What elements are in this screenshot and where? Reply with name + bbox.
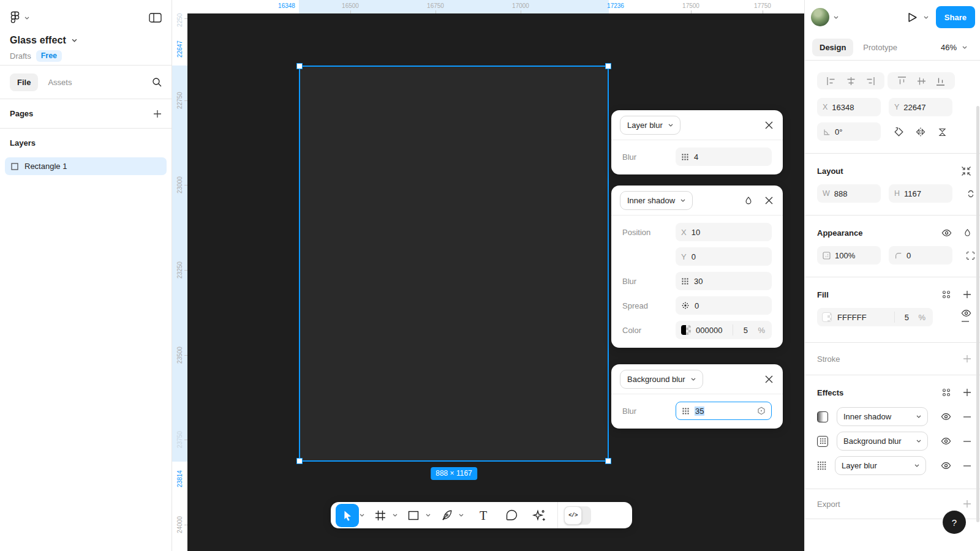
close-icon[interactable] xyxy=(765,375,773,383)
effect-styles-icon[interactable] xyxy=(941,388,951,397)
frame-tool-chevron-icon[interactable] xyxy=(393,514,398,517)
y-position-input[interactable]: Y 22647 xyxy=(889,98,952,116)
shadow-spread-input[interactable]: 0 xyxy=(676,296,772,315)
chevron-down-icon xyxy=(680,199,685,202)
remove-effect-icon[interactable] xyxy=(963,437,971,446)
flip-vertical-icon[interactable] xyxy=(937,126,948,137)
align-left-icon[interactable] xyxy=(826,77,837,86)
width-input[interactable]: W 888 xyxy=(817,184,881,203)
tab-file[interactable]: File xyxy=(10,73,38,91)
dev-mode-toggle[interactable]: </> xyxy=(564,506,591,525)
fill-color-input[interactable]: FFFFFF 5 % xyxy=(817,308,933,326)
align-vertical-center-icon[interactable] xyxy=(917,76,926,86)
shadow-color-input[interactable]: 000000 5 % xyxy=(676,321,772,339)
effect-visibility-eye-icon[interactable] xyxy=(941,413,951,421)
blend-droplet-icon[interactable] xyxy=(963,228,971,238)
zoom-chevron-icon[interactable] xyxy=(962,46,967,49)
shadow-color-opacity[interactable]: 5 xyxy=(733,326,758,335)
shape-tool-chevron-icon[interactable] xyxy=(426,514,431,517)
background-blur-value-input[interactable]: 35 xyxy=(676,402,772,420)
constrain-proportions-icon[interactable] xyxy=(966,189,976,199)
comment-tool-button[interactable] xyxy=(500,504,523,527)
shape-tool-button[interactable] xyxy=(402,504,425,527)
figma-logo-icon[interactable] xyxy=(10,11,20,24)
present-chevron-icon[interactable] xyxy=(924,16,929,19)
tab-prototype[interactable]: Prototype xyxy=(863,43,897,52)
color-swatch[interactable] xyxy=(681,325,691,335)
breadcrumb-location[interactable]: Drafts xyxy=(10,51,31,61)
chevron-down-icon[interactable] xyxy=(24,17,29,20)
frame-tool-button[interactable] xyxy=(369,504,392,527)
variable-hexagon-icon[interactable] xyxy=(757,407,766,415)
fill-swatch[interactable] xyxy=(822,312,832,322)
remove-effect-icon[interactable] xyxy=(963,462,971,470)
actions-tool-button[interactable] xyxy=(527,504,550,527)
styles-library-icon[interactable] xyxy=(941,290,951,299)
move-tool-chevron-icon[interactable] xyxy=(360,514,364,517)
flip-horizontal-icon[interactable] xyxy=(915,126,926,138)
rotation-input[interactable]: 0° xyxy=(817,122,881,141)
zoom-level[interactable]: 46% xyxy=(941,43,957,52)
effect-type-select[interactable]: Background blur xyxy=(837,432,928,451)
file-title[interactable]: Glass effect xyxy=(10,35,66,46)
add-stroke-icon[interactable] xyxy=(963,354,971,363)
pen-tool-button[interactable] xyxy=(435,504,458,527)
effect-type-select[interactable]: Inner shadow xyxy=(837,407,928,426)
resize-handle-top-left[interactable] xyxy=(296,63,303,69)
share-button[interactable]: Share xyxy=(936,6,975,28)
resize-handle-top-right[interactable] xyxy=(605,63,611,69)
right-sidebar-scrollbar[interactable] xyxy=(976,106,979,522)
blend-droplet-icon[interactable] xyxy=(744,195,753,206)
effect-type-select[interactable]: Layer blur xyxy=(835,456,926,475)
align-right-icon[interactable] xyxy=(865,77,875,86)
align-bottom-icon[interactable] xyxy=(936,76,945,86)
shadow-y-input[interactable]: Y 0 xyxy=(676,247,772,266)
tab-assets[interactable]: Assets xyxy=(48,78,72,87)
help-button[interactable]: ? xyxy=(943,511,966,534)
resize-handle-bottom-right[interactable] xyxy=(605,458,611,464)
align-horizontal-center-icon[interactable] xyxy=(846,77,856,86)
fill-visibility-eye-icon[interactable] xyxy=(961,309,971,317)
remove-fill-icon[interactable] xyxy=(961,317,970,326)
avatar[interactable] xyxy=(811,8,829,26)
add-effect-icon[interactable] xyxy=(963,388,971,397)
opacity-input[interactable]: 100% xyxy=(817,246,881,264)
close-icon[interactable] xyxy=(765,197,773,204)
toggle-sidebar-icon[interactable] xyxy=(149,13,162,23)
move-tool-button[interactable] xyxy=(336,504,359,527)
selected-rectangle[interactable] xyxy=(299,66,609,462)
add-fill-icon[interactable] xyxy=(963,290,971,299)
inner-shadow-type-dropdown[interactable]: Inner shadow xyxy=(620,191,693,210)
dev-mode-icon[interactable]: </> xyxy=(564,506,582,525)
layer-blur-type-dropdown[interactable]: Layer blur xyxy=(620,116,680,135)
effect-visibility-eye-icon[interactable] xyxy=(941,437,951,445)
search-icon[interactable] xyxy=(152,77,162,87)
visibility-eye-icon[interactable] xyxy=(941,229,952,237)
effect-visibility-eye-icon[interactable] xyxy=(941,462,951,470)
layer-row-rectangle-1[interactable]: Rectangle 1 xyxy=(5,157,167,175)
fill-opacity-value[interactable]: 5 xyxy=(895,313,918,322)
height-input[interactable]: H 1167 xyxy=(889,184,952,203)
shadow-x-input[interactable]: X 10 xyxy=(676,223,772,241)
x-position-input[interactable]: X 16348 xyxy=(817,98,881,116)
background-blur-type-dropdown[interactable]: Background blur xyxy=(620,370,703,389)
close-icon[interactable] xyxy=(765,121,773,129)
remove-effect-icon[interactable] xyxy=(963,413,971,421)
shadow-blur-input[interactable]: 30 xyxy=(676,272,772,290)
tab-design[interactable]: Design xyxy=(812,39,853,56)
pen-tool-chevron-icon[interactable] xyxy=(459,514,464,517)
layer-blur-value-input[interactable]: 4 xyxy=(676,148,772,166)
account-chevron-icon[interactable] xyxy=(834,16,839,19)
plan-badge[interactable]: Free xyxy=(36,50,62,62)
add-export-icon[interactable] xyxy=(963,500,971,508)
corner-radius-input[interactable]: 0 xyxy=(889,246,952,264)
independent-corners-icon[interactable] xyxy=(966,251,975,260)
present-play-icon[interactable] xyxy=(908,12,918,23)
chevron-down-icon[interactable] xyxy=(72,39,77,42)
collapse-icon[interactable] xyxy=(961,166,971,176)
rotate-icon[interactable] xyxy=(893,126,905,138)
text-tool-button[interactable]: T xyxy=(472,504,495,527)
resize-handle-bottom-left[interactable] xyxy=(296,458,303,464)
align-top-icon[interactable] xyxy=(897,76,907,86)
add-page-icon[interactable] xyxy=(153,110,162,118)
